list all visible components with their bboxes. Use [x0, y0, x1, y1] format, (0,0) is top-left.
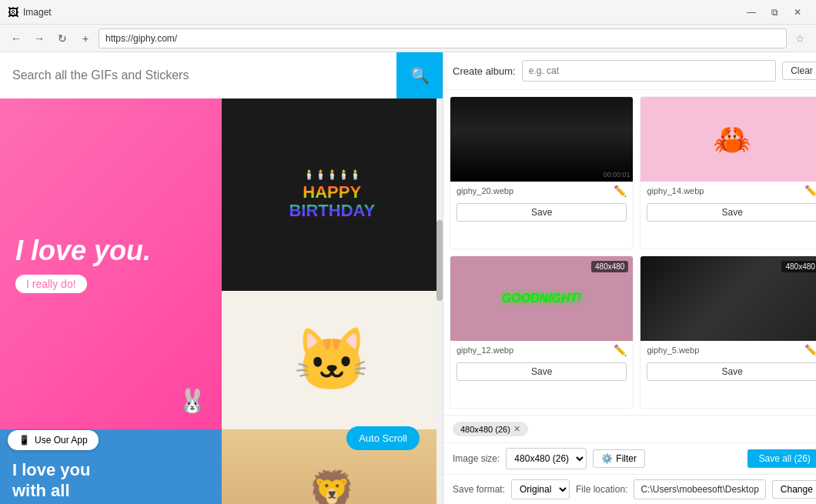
image-grid: 00:00:01 giphy_20.webp ✏️ Save 🦀 giphy_1	[443, 90, 816, 415]
filter-tag: 480x480 (26) ✕	[453, 422, 528, 436]
image-name-2: giphy_14.webp	[647, 186, 704, 195]
gif-content-area: I love you. I really do! 🐰 🕯️🕯️🕯️🕯️🕯️ HA…	[0, 98, 443, 504]
address-bar[interactable]	[99, 28, 787, 48]
image-thumb-3: GOODNIGHT! 480x480	[450, 256, 633, 341]
app-title: Imaget	[23, 7, 741, 18]
save-all-button[interactable]: Save all (26)	[747, 449, 816, 468]
image-card-2: 🦀 giphy_14.webp ✏️ Save	[640, 96, 816, 249]
image-name-3: giphy_12.webp	[456, 345, 513, 355]
minimize-button[interactable]: —	[741, 2, 762, 23]
gif-cell-cat: 🐱	[222, 291, 443, 429]
image-card-4: 480x480 giphy_5.webp ✏️ Save	[640, 255, 816, 409]
size-badge-4: 480x480	[781, 261, 816, 272]
save-format-label: Save format:	[453, 484, 505, 495]
use-app-button[interactable]: 📱 Use Our App	[8, 430, 99, 450]
change-button[interactable]: Change	[772, 480, 816, 499]
edit-icon-3[interactable]: ✏️	[614, 344, 627, 356]
image-thumb-2: 🦀	[640, 97, 816, 182]
bookmark-button[interactable]: ☆	[790, 28, 810, 48]
filter-bar: 480x480 (26) ✕	[443, 415, 816, 442]
size-badge-3: 480x480	[591, 261, 628, 272]
save-button-2[interactable]: Save	[647, 203, 816, 222]
new-tab-button[interactable]: +	[75, 28, 95, 48]
file-path: C:\Users\mobeesoft\Desktop	[634, 479, 765, 499]
app-logo: 🖼	[8, 6, 18, 18]
image-size-select[interactable]: 480x480 (26) 240x240 Original	[506, 448, 587, 469]
image-info-3: giphy_12.webp ✏️	[450, 341, 633, 359]
save-button-1[interactable]: Save	[456, 203, 627, 222]
filter-button[interactable]: ⚙️ Filter	[593, 449, 645, 468]
right-panel: Create album: Clear 00:00:01 giphy_20.we…	[443, 52, 816, 504]
edit-icon-1[interactable]: ✏️	[614, 185, 627, 197]
navigation-bar: ← → ↻ + ☆	[0, 25, 816, 52]
auto-scroll-button[interactable]: Auto Scroll	[346, 426, 420, 450]
title-bar: 🖼 Imaget — ⧉ ✕	[0, 0, 816, 25]
album-input[interactable]	[522, 60, 777, 82]
clear-button[interactable]: Clear	[782, 62, 816, 80]
filter-icon: ⚙️	[601, 453, 613, 464]
image-size-row: Image size: 480x480 (26) 240x240 Origina…	[443, 442, 816, 474]
search-button[interactable]: 🔍	[396, 52, 443, 98]
gif-cell-iloveyou: I love you. I really do! 🐰	[0, 98, 222, 429]
back-button[interactable]: ←	[6, 28, 26, 48]
image-name-4: giphy_5.webp	[647, 345, 699, 355]
restore-button[interactable]: ⧉	[764, 2, 785, 23]
image-info-1: giphy_20.webp ✏️	[450, 182, 633, 200]
image-thumb-1: 00:00:01	[450, 97, 633, 182]
image-info-2: giphy_14.webp ✏️	[640, 182, 816, 200]
edit-icon-2[interactable]: ✏️	[804, 185, 816, 197]
scrollbar-thumb	[436, 220, 443, 301]
search-input[interactable]	[0, 52, 396, 98]
left-panel: 🔍 I love you. I really do! 🐰	[0, 52, 443, 504]
format-select[interactable]: Original WebP JPEG PNG	[511, 479, 570, 499]
scrollbar[interactable]	[436, 98, 443, 504]
album-header: Create album: Clear	[443, 52, 816, 90]
image-info-4: giphy_5.webp ✏️	[640, 341, 816, 359]
image-size-label: Image size:	[453, 453, 500, 464]
image-name-1: giphy_20.webp	[456, 186, 513, 195]
search-icon: 🔍	[410, 66, 430, 85]
close-button[interactable]: ✕	[787, 2, 808, 23]
album-label: Create album:	[453, 65, 516, 77]
file-location-label: File location:	[576, 484, 627, 495]
gif-cell-birthday: 🕯️🕯️🕯️🕯️🕯️ HAPPYBIRTHDAY	[222, 98, 443, 291]
save-button-4[interactable]: Save	[647, 362, 816, 381]
save-button-3[interactable]: Save	[456, 362, 627, 381]
filter-tag-close[interactable]: ✕	[513, 424, 520, 434]
main-layout: 🔍 I love you. I really do! 🐰	[0, 52, 816, 504]
search-bar: 🔍	[0, 52, 443, 98]
image-card-1: 00:00:01 giphy_20.webp ✏️ Save	[450, 96, 634, 249]
forward-button[interactable]: →	[29, 28, 49, 48]
window-controls: — ⧉ ✕	[741, 2, 808, 23]
image-thumb-4: 480x480	[640, 256, 816, 341]
phone-icon: 📱	[18, 435, 30, 446]
refresh-button[interactable]: ↻	[52, 28, 72, 48]
bottom-bar: Save format: Original WebP JPEG PNG File…	[443, 474, 816, 504]
image-card-3: GOODNIGHT! 480x480 giphy_12.webp ✏️ Save	[450, 255, 634, 409]
edit-icon-4[interactable]: ✏️	[804, 344, 816, 356]
